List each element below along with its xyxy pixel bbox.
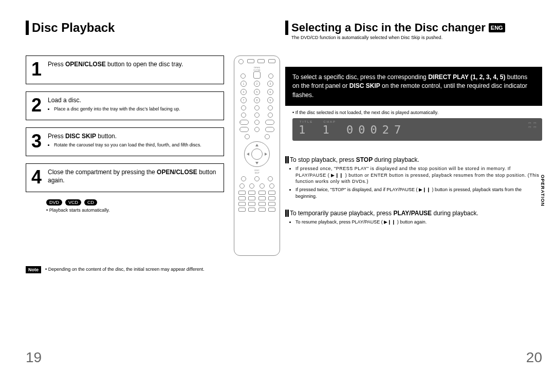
step-title: Press DISC SKIP button. xyxy=(48,132,218,140)
panel-bullet: If the disc selected is not loaded, the … xyxy=(292,110,542,115)
remote-btn xyxy=(240,73,246,79)
remote-num-5: 5 xyxy=(254,89,260,95)
stop-bullet-2: If pressed twice, "STOP" is displayed, a… xyxy=(295,186,542,199)
display-status-icons: ▭ ▭▭ ▭ xyxy=(528,121,537,129)
step-pre: Close the compartment by pressing the xyxy=(48,169,157,176)
step-number: 3 xyxy=(31,132,43,151)
sub-marker-icon xyxy=(285,156,287,163)
remote-btn xyxy=(247,59,254,63)
remote-btn xyxy=(258,208,266,212)
remote-power-icon xyxy=(238,59,244,64)
remote-btn xyxy=(268,73,273,79)
step-pre: Press xyxy=(48,61,65,68)
page-right: Selecting a Disc in the Disc changer ENG… xyxy=(285,21,542,370)
heading-marker-icon xyxy=(285,21,288,35)
panel-bold: DISC SKIP xyxy=(349,82,380,89)
remote-btn xyxy=(257,59,265,63)
remote-open-close: OPEN/ CLOSE xyxy=(253,66,261,79)
dpad-right-icon xyxy=(265,153,267,156)
pause-bullet-1: To resume playback, press PLAY/PAUSE ( ▶… xyxy=(295,219,542,226)
display-labels: TITLE CHAP xyxy=(300,120,336,123)
display-chap-label: CHAP xyxy=(323,120,336,123)
left-columns: 1 Press OPEN/CLOSE button to open the di… xyxy=(26,55,283,256)
open-close-button-icon xyxy=(253,71,261,79)
remote-num-3: 3 xyxy=(267,81,273,87)
stop-head-text: To stop playback, press STOP during play… xyxy=(290,156,419,163)
step-post: button to open the disc tray. xyxy=(106,61,183,68)
step-bold: DISC SKIP xyxy=(65,133,96,140)
remote-vol-up: + xyxy=(239,120,249,125)
remote-btn xyxy=(268,196,275,200)
step-body: Press DISC SKIP button. Rotate the carou… xyxy=(48,132,218,151)
remote-num-7: 7 xyxy=(240,97,247,103)
badge-cd: CD xyxy=(84,199,97,206)
step-body: Press OPEN/CLOSE button to open the disc… xyxy=(48,60,218,79)
remote-btn xyxy=(248,191,255,195)
heading-right: Selecting a Disc in the Disc changer ENG xyxy=(285,21,542,35)
panel-bold: DIRECT PLAY xyxy=(428,73,469,81)
step-1: 1 Press OPEN/CLOSE button to open the di… xyxy=(26,55,224,84)
step-body: Close the compartment by pressing the OP… xyxy=(48,168,218,186)
remote-btn xyxy=(241,105,246,110)
remote-btn xyxy=(238,202,246,206)
step-title: Press OPEN/CLOSE button to open the disc… xyxy=(48,60,218,68)
badge-dvd: DVD xyxy=(46,199,62,206)
dpad-up-icon xyxy=(255,144,258,146)
remote-btn xyxy=(258,196,266,200)
step-post: Load a disc. xyxy=(48,97,81,104)
badge-vcd: VCD xyxy=(65,199,81,206)
remote-btn xyxy=(248,196,255,200)
remote-btn xyxy=(268,59,275,63)
instruction-panel: To select a specific disc, press the cor… xyxy=(285,67,542,106)
step-pre: Press xyxy=(48,133,65,140)
step-bold: OPEN/CLOSE xyxy=(65,61,106,68)
remote-num-1: 1 xyxy=(240,81,247,87)
note-row: Note • Depending on the content of the d… xyxy=(26,266,283,273)
remote-disc-skip-btn xyxy=(241,176,246,181)
page-left: Disc Playback 1 Press OPEN/CLOSE button … xyxy=(26,21,283,370)
stop-heading: To stop playback, press STOP during play… xyxy=(285,156,542,163)
disc-skip-label: DISC SKIP xyxy=(254,169,260,174)
panel-text: To select a specific disc, press the cor… xyxy=(292,73,428,81)
step-2: 2 Load a disc. Place a disc gently into … xyxy=(26,91,224,120)
remote-dpad xyxy=(244,141,270,167)
stop-bullet-1: If pressed once, "PRESS PLAY" is display… xyxy=(295,165,542,185)
remote-btn xyxy=(268,191,275,195)
remote-btn xyxy=(254,176,260,181)
step-number: 1 xyxy=(31,60,43,79)
step-title: Load a disc. xyxy=(48,96,218,104)
remote-btn xyxy=(254,105,260,110)
remote-btn xyxy=(248,202,255,206)
step-body: Load a disc. Place a disc gently into th… xyxy=(48,96,218,115)
remote-btn xyxy=(239,183,245,189)
stop-section: To stop playback, press STOP during play… xyxy=(285,156,542,199)
remote-btn xyxy=(268,176,273,181)
dpad-left-icon xyxy=(247,153,249,156)
sub-marker-icon xyxy=(285,210,287,217)
disc-format-badges: DVD VCD CD xyxy=(46,199,224,206)
step-3: 3 Press DISC SKIP button. Rotate the car… xyxy=(26,127,224,156)
remote-btn xyxy=(248,208,255,212)
heading-left: Disc Playback xyxy=(26,21,283,35)
remote-btn xyxy=(254,127,260,132)
steps-column: 1 Press OPEN/CLOSE button to open the di… xyxy=(26,55,224,256)
section-tab: OPERATION xyxy=(540,175,545,207)
remote-btn xyxy=(268,202,275,206)
remote-column: OPEN/ CLOSE 123 456 789 + − xyxy=(231,55,283,256)
remote-btn xyxy=(238,196,246,200)
pause-section: To temporarily pause playback, press PLA… xyxy=(285,210,542,226)
remote-control-diagram: OPEN/ CLOSE 123 456 789 + − xyxy=(234,55,280,256)
remote-btn xyxy=(258,202,266,206)
front-display-illustration: TITLE CHAP 1 1 00027 ▭ ▭▭ ▭ xyxy=(292,118,542,141)
step-bullet: Rotate the carousel tray so you can load… xyxy=(54,142,218,148)
panel-bold: (1, 2, 3, 4, 5) xyxy=(470,73,505,81)
step-bullet: Place a disc gently into the tray with t… xyxy=(54,106,218,112)
step-title: Close the compartment by pressing the OP… xyxy=(48,168,218,184)
remote-btn xyxy=(269,183,274,189)
heading-right-text: Selecting a Disc in the Disc changer xyxy=(291,21,486,34)
remote-num-6: 6 xyxy=(267,89,273,95)
step-4: 4 Close the compartment by pressing the … xyxy=(26,163,224,192)
dpad-enter-icon xyxy=(251,148,263,160)
remote-btn xyxy=(258,191,266,195)
remote-vol-down: − xyxy=(239,127,249,132)
